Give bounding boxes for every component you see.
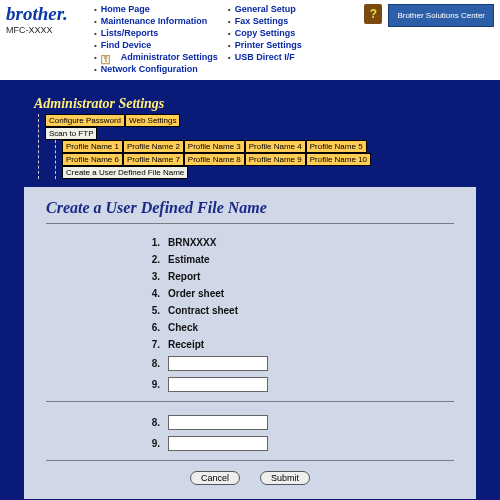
main: Administrator Settings Configure Passwor… [0,80,500,500]
list-value: Order sheet [168,288,224,299]
tabs-level-1: Configure Password Web Settings Scan to … [38,114,490,179]
nav-usb-direct[interactable]: USB Direct I/F [228,52,302,62]
tab-profile-10[interactable]: Profile Name 10 [306,153,371,166]
nav-general-setup[interactable]: General Setup [228,4,302,14]
list-number: 9. [146,379,160,390]
solutions-center-button[interactable]: Brother Solutions Center [388,4,494,27]
tab-profile-5[interactable]: Profile Name 5 [306,140,367,153]
nav-home[interactable]: Home Page [94,4,218,14]
header: brother. MFC-XXXX Home Page Maintenance … [0,0,500,80]
list-item: 3.Report [46,268,454,285]
content-card: Create a User Defined File Name 1.BRNXXX… [24,187,476,499]
list-value: Receipt [168,339,204,350]
filename-input-8b[interactable] [168,415,268,430]
nav-printer-settings[interactable]: Printer Settings [228,40,302,50]
list-item: 7.Receipt [46,336,454,353]
page-title: Administrator Settings [34,96,490,112]
list-number: 6. [146,322,160,333]
cancel-button[interactable]: Cancel [190,471,240,485]
list-number: 3. [146,271,160,282]
list-item: 4.Order sheet [46,285,454,302]
nav-find-device[interactable]: Find Device [94,40,218,50]
list-number: 8. [146,358,160,369]
list-item: 9. [46,433,454,454]
filename-list-2: 8. 9. [46,412,454,454]
nav-copy-settings[interactable]: Copy Settings [228,28,302,38]
tabs-level-2: Profile Name 1 Profile Name 2 Profile Na… [55,140,490,179]
list-number: 4. [146,288,160,299]
filename-input-9a[interactable] [168,377,268,392]
header-right: ? Brother Solutions Center [364,4,494,74]
nav-admin-label: Administrator Settings [121,52,218,62]
filename-input-9b[interactable] [168,436,268,451]
nav-admin-settings[interactable]: Administrator Settings [94,52,218,62]
brand: brother. MFC-XXXX [6,4,84,74]
list-item: 8. [46,412,454,433]
list-number: 7. [146,339,160,350]
tab-profile-4[interactable]: Profile Name 4 [245,140,306,153]
tab-profile-1[interactable]: Profile Name 1 [62,140,123,153]
list-number: 1. [146,237,160,248]
list-value: Estimate [168,254,210,265]
nav-maintenance[interactable]: Maintenance Information [94,16,218,26]
tab-profile-7[interactable]: Profile Name 7 [123,153,184,166]
button-row: Cancel Submit [46,471,454,485]
list-value: Check [168,322,198,333]
filename-list: 1.BRNXXXX 2.Estimate 3.Report 4.Order sh… [46,234,454,395]
nav-lists-reports[interactable]: Lists/Reports [94,28,218,38]
tab-profile-2[interactable]: Profile Name 2 [123,140,184,153]
submit-button[interactable]: Submit [260,471,310,485]
tab-user-defined-filename[interactable]: Create a User Defined File Name [62,166,188,179]
tab-profile-6[interactable]: Profile Name 6 [62,153,123,166]
nav-network-config[interactable]: Network Configuration [94,64,218,74]
key-icon [101,54,117,60]
list-item: 6.Check [46,319,454,336]
tab-profile-3[interactable]: Profile Name 3 [184,140,245,153]
brand-model: MFC-XXXX [6,25,84,35]
list-number: 5. [146,305,160,316]
list-value: Report [168,271,200,282]
divider [46,223,454,224]
tab-configure-password[interactable]: Configure Password [45,114,125,127]
list-number: 8. [146,417,160,428]
list-number: 2. [146,254,160,265]
list-item: 1.BRNXXXX [46,234,454,251]
nav-col-2: General Setup Fax Settings Copy Settings… [228,4,302,74]
tab-web-settings[interactable]: Web Settings [125,114,180,127]
list-value: BRNXXXX [168,237,216,248]
list-item: 9. [46,374,454,395]
divider [46,401,454,402]
tab-profile-9[interactable]: Profile Name 9 [245,153,306,166]
list-value: Contract sheet [168,305,238,316]
list-item: 5.Contract sheet [46,302,454,319]
tab-profile-8[interactable]: Profile Name 8 [184,153,245,166]
divider [46,460,454,461]
card-title: Create a User Defined File Name [46,199,454,217]
filename-input-8a[interactable] [168,356,268,371]
brand-logo: brother. [6,4,84,23]
tab-scan-to-ftp[interactable]: Scan to FTP [45,127,97,140]
nav-fax-settings[interactable]: Fax Settings [228,16,302,26]
help-icon[interactable]: ? [364,4,382,24]
list-number: 9. [146,438,160,449]
list-item: 2.Estimate [46,251,454,268]
list-item: 8. [46,353,454,374]
nav-col-1: Home Page Maintenance Information Lists/… [94,4,218,74]
